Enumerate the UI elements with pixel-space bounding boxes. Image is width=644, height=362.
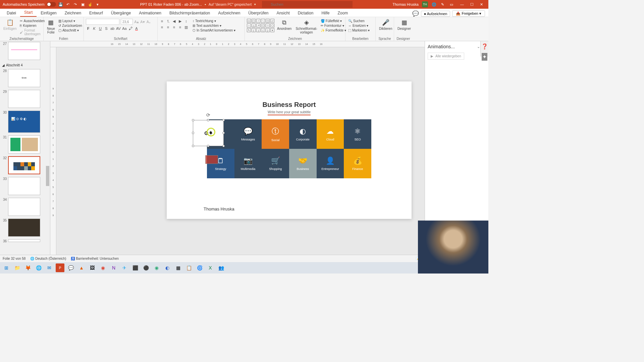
arrange-button[interactable]: ⧉Anordnen — [276, 19, 293, 31]
increase-font-icon[interactable]: A▴ — [134, 19, 139, 24]
minimize-icon[interactable]: — — [458, 2, 467, 6]
play-all-button[interactable]: ▶ Alle wiedergeben — [428, 53, 464, 60]
shape-fill-button[interactable]: 🪣 Fülleffekt ▾ — [320, 19, 347, 23]
tab-animationen[interactable]: Animationen — [135, 9, 165, 17]
new-slide-button[interactable]: ▦Neue Folie — [46, 19, 56, 35]
thumb-35[interactable] — [8, 219, 40, 237]
tab-start[interactable]: Start — [20, 9, 37, 17]
tile-seo[interactable]: ⚛SEO — [344, 119, 371, 149]
spacing-icon[interactable]: AV — [116, 26, 121, 31]
tab-uberprufen[interactable]: Überprüfen — [244, 9, 272, 17]
app-icon-3[interactable]: ◉ — [99, 263, 107, 272]
tab-zoom[interactable]: Zoom — [333, 9, 352, 17]
bold-icon[interactable]: F — [86, 26, 91, 31]
tab-bildschirm[interactable]: Bildschirmpräsentation — [165, 9, 214, 17]
save-icon[interactable]: 💾 — [58, 2, 63, 7]
pane-collapse-icon[interactable]: ⌄ — [477, 45, 480, 49]
tile-corporate[interactable]: ◐Corporate — [289, 119, 317, 149]
tile-business[interactable]: 🤝Business — [289, 149, 317, 178]
record-button[interactable]: ● Aufzeichnen — [421, 11, 450, 17]
slide-canvas[interactable]: 1615141312111098765432101234567891011121… — [50, 41, 425, 255]
underline-icon[interactable]: U — [98, 26, 103, 31]
slide-subtitle[interactable]: Write here your great subtitle — [268, 110, 311, 115]
thumb-28[interactable]: Ende — [8, 69, 40, 87]
close-icon[interactable]: ✕ — [477, 2, 486, 6]
app-icon-5[interactable]: ◉ — [152, 263, 161, 272]
shape-effects-button[interactable]: ✨ Formeffekte ▾ — [320, 28, 347, 33]
app-icon-7[interactable]: ▦ — [174, 263, 182, 272]
window-icon[interactable]: ▭ — [449, 2, 454, 7]
user-avatar[interactable]: TH — [422, 1, 428, 7]
thumbnail-panel[interactable]: 27 ◢ Abschnitt 4 28Ende 29 30📊 ⊙ ⚙ ◐ 31 … — [0, 41, 50, 255]
accessibility-status[interactable]: ♿ Barrierefreiheit: Untersuchen — [71, 257, 119, 260]
tile-social[interactable]: ⓣSocial — [262, 119, 289, 149]
outlook-icon[interactable]: ✉ — [45, 263, 54, 272]
layout-button[interactable]: ▥ Layout ▾ — [58, 19, 83, 23]
telegram-icon[interactable]: ✈ — [120, 263, 129, 272]
autosave-toggle[interactable]: Automatisches Speichern — [3, 2, 56, 7]
app-icon-8[interactable]: 📋 — [184, 263, 193, 272]
pen-icon[interactable]: ✎ — [440, 2, 445, 7]
highlight-icon[interactable]: 🖍 — [128, 26, 133, 31]
thumb-33[interactable] — [8, 177, 40, 195]
thumb-36[interactable] — [8, 239, 40, 242]
help-icon[interactable]: ❓ — [481, 43, 488, 50]
tile-shopping[interactable]: 🛒Shopping — [262, 149, 289, 178]
author-name[interactable]: Thomas Hruska — [204, 206, 234, 212]
tab-entwurf[interactable]: Entwurf — [85, 9, 107, 17]
section-header[interactable]: ◢ Abschnitt 4 — [0, 62, 50, 68]
indent-icon[interactable]: ▶ — [178, 19, 182, 23]
redo-icon[interactable]: ↷ — [73, 2, 78, 7]
onenote-icon[interactable]: N — [109, 263, 118, 272]
chrome-icon[interactable]: 🌐 — [34, 263, 43, 272]
app-icon-4[interactable]: ⬛ — [131, 263, 140, 272]
thumb-31[interactable] — [8, 135, 40, 154]
thumb-34[interactable] — [8, 198, 40, 216]
font-family-input[interactable] — [86, 19, 119, 25]
slide[interactable]: Business Report Write here your great su… — [167, 81, 412, 219]
maximize-icon[interactable]: ☐ — [468, 2, 476, 6]
thumb-32[interactable] — [8, 156, 40, 174]
comments-icon[interactable]: 💬 — [412, 10, 419, 17]
tile-entrepreneur[interactable]: 👤Entrepreneur — [317, 149, 344, 178]
slide-counter[interactable]: Folie 32 von 58 — [3, 257, 25, 260]
tab-aufzeichnen[interactable]: Aufzeichnen — [214, 9, 244, 17]
save-location[interactable]: Auf "diesem PC" gespeichert — [209, 3, 252, 6]
tab-ansicht[interactable]: Ansicht — [272, 9, 293, 17]
align-right-icon[interactable]: ≡ — [172, 25, 176, 29]
reset-button[interactable]: ↺ Zurücksetzen — [58, 23, 83, 28]
teams-icon[interactable]: 👥 — [217, 263, 225, 272]
thumb-27[interactable] — [8, 42, 40, 60]
decrease-font-icon[interactable]: A▾ — [140, 19, 145, 24]
smartart-button[interactable]: ⬡ In SmartArt konvertieren ▾ — [192, 28, 236, 33]
section-button[interactable]: ▢ Abschnitt ▾ — [58, 28, 83, 33]
case-icon[interactable]: Aa — [122, 26, 127, 31]
language-status[interactable]: 🌐 Deutsch (Österreich) — [30, 257, 66, 260]
tab-zeichnen[interactable]: Zeichnen — [61, 9, 85, 17]
present-icon[interactable]: ▣ — [80, 2, 86, 7]
tab-ubergange[interactable]: Übergänge — [107, 9, 135, 17]
start-button[interactable]: ⊞ — [2, 263, 11, 272]
undo-icon[interactable]: ↶ — [65, 2, 71, 7]
align-left-icon[interactable]: ≡ — [160, 25, 164, 29]
font-color-icon[interactable]: A — [134, 26, 139, 31]
thumb-30[interactable]: 📊 ⊙ ⚙ ◐ — [8, 111, 40, 133]
bullets-icon[interactable]: ≡ — [160, 19, 164, 23]
search-input[interactable] — [262, 1, 353, 8]
tab-dictation[interactable]: Dictation — [294, 9, 318, 17]
explorer-icon[interactable]: 📁 — [13, 263, 21, 272]
replace-button[interactable]: ↔ Ersetzen ▾ — [347, 23, 370, 28]
user-name[interactable]: Thomas Hruska — [392, 2, 419, 6]
shapes-gallery[interactable]: ▭▢/\◻▱ ○△↗⬠☆⬡ ↖(){}▾ — [247, 19, 274, 32]
tab-hilfe[interactable]: Hilfe — [317, 9, 333, 17]
edge-icon[interactable]: 🌀 — [195, 263, 204, 272]
numbering-icon[interactable]: ⒈ — [166, 19, 170, 23]
shape-outline-button[interactable]: ✏ Formkontur ▾ — [320, 23, 347, 28]
outdent-icon[interactable]: ◀ — [172, 19, 176, 23]
app-icon-6[interactable]: ◐ — [163, 263, 172, 272]
app-icon-1[interactable]: 💬 — [66, 263, 75, 272]
find-button[interactable]: 🔍 Suchen — [347, 19, 370, 23]
selected-object[interactable]: ⟳ ⚙✦ ✥ — [193, 120, 224, 146]
font-size-input[interactable] — [121, 19, 133, 25]
strike-icon[interactable]: S — [104, 26, 109, 31]
